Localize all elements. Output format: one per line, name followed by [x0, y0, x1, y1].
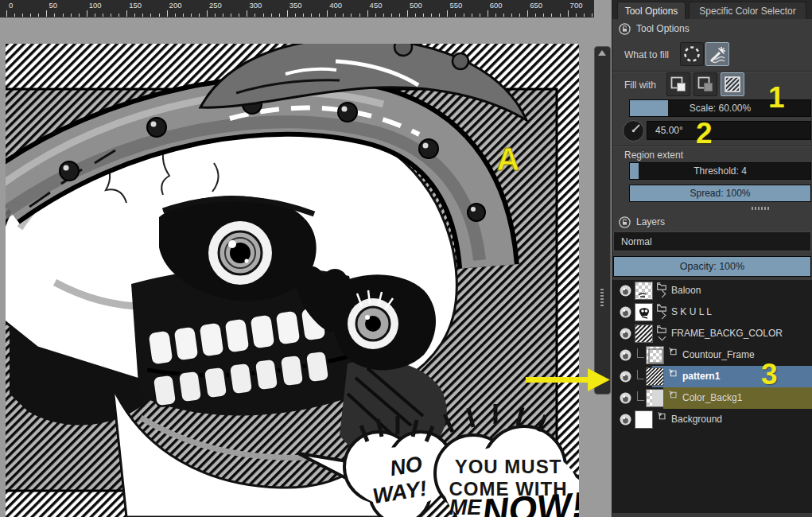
group-layer-icon[interactable]	[657, 304, 666, 318]
magic-wand-icon	[708, 45, 727, 64]
group-layer-icon[interactable]	[657, 282, 666, 297]
opacity-slider[interactable]: Opacity: 100%	[613, 256, 811, 277]
docker-panel: Tool Options Specific Color Selector Too…	[612, 0, 812, 517]
tab-specific-color-selector[interactable]: Specific Color Selector	[689, 2, 806, 19]
chevron-right-icon[interactable]	[658, 312, 666, 320]
bubble2-line3: ME	[449, 496, 482, 517]
layer-thumbnail[interactable]	[635, 282, 653, 300]
visibility-eye-icon[interactable]	[619, 284, 632, 297]
fill-with-label: Fill with	[624, 80, 656, 91]
canvas-gutter	[594, 17, 612, 517]
fill-foreground-button[interactable]	[666, 72, 690, 96]
layer-row-color-backg1[interactable]: Color_Backg1	[612, 387, 812, 409]
group-layer-icon[interactable]	[657, 325, 666, 340]
spread-slider[interactable]: Spread: 100%	[629, 185, 811, 202]
angle-dial-needle-icon	[624, 121, 643, 141]
layer-row-baloon[interactable]: Baloon	[612, 280, 812, 301]
paint-layer-icon	[668, 347, 678, 357]
visibility-eye-icon[interactable]	[619, 305, 632, 319]
visibility-eye-icon[interactable]	[619, 370, 632, 383]
annotation-1: 1	[768, 81, 785, 115]
spread-slider-label: Spread: 100%	[630, 185, 810, 201]
paint-layer-icon	[668, 390, 678, 400]
tree-branch	[637, 348, 644, 358]
tool-options-header: Tool Options	[619, 21, 690, 37]
layer-thumbnail[interactable]	[646, 367, 664, 386]
layer-row-background[interactable]: Background	[612, 409, 812, 430]
annotation-3: 3	[761, 358, 778, 391]
layer-thumbnail[interactable]	[646, 389, 664, 407]
opacity-slider-label: Opacity: 100%	[614, 257, 810, 276]
scrollbar-grip[interactable]	[600, 289, 604, 306]
foreground-color-icon	[669, 75, 688, 94]
angle-dial[interactable]	[623, 120, 644, 142]
layer-row-countour-frame[interactable]: Countour_Frame	[612, 344, 812, 366]
fill-selection-button[interactable]	[680, 42, 704, 66]
region-extent-label: Region extent	[624, 150, 683, 161]
krita-window: 0501001502002503003504004505005506006507…	[0, 0, 812, 517]
threshold-slider[interactable]: Threshold: 4	[629, 162, 811, 180]
paint-layer-icon	[668, 368, 678, 379]
lock-icon[interactable]	[619, 23, 631, 35]
selection-outline-icon	[682, 45, 701, 64]
paint-layer-icon	[657, 411, 667, 422]
layer-row-pattern1[interactable]: pattern1	[612, 366, 812, 387]
canvas-artwork[interactable]: NO WAY! YOU MUST COME WITH ME NOW! A	[6, 44, 579, 517]
fill-background-button[interactable]	[694, 72, 717, 96]
chevron-down-icon[interactable]	[658, 333, 666, 341]
pattern-icon	[723, 75, 742, 94]
panel-bottom-strip	[612, 513, 812, 517]
visibility-eye-icon[interactable]	[619, 413, 632, 426]
docker-tabbar: Tool Options Specific Color Selector	[612, 0, 812, 19]
annotation-arrow	[521, 366, 612, 396]
tree-branch	[637, 391, 644, 401]
visibility-eye-icon[interactable]	[619, 348, 632, 362]
vertical-scrollbar[interactable]	[594, 46, 611, 395]
layer-row-frame-backg-color[interactable]: FRAME_BACKG_COLOR	[612, 323, 812, 344]
scroll-up-icon[interactable]	[598, 50, 606, 56]
annotation-2: 2	[696, 117, 713, 150]
bubble1-line1: NO	[388, 452, 424, 480]
layer-list: Baloon S K U L	[612, 280, 812, 513]
visibility-eye-icon[interactable]	[619, 391, 632, 405]
angle-field[interactable]: 45.00°	[647, 121, 811, 140]
layer-thumbnail[interactable]	[635, 303, 653, 321]
ruler-ticks: 0501001502002503003504004505005506006507…	[0, 0, 594, 17]
visibility-eye-icon[interactable]	[619, 327, 632, 340]
layer-thumbnail[interactable]	[635, 410, 653, 429]
docker-drag-handle[interactable]	[752, 207, 771, 210]
chevron-right-icon[interactable]	[658, 290, 666, 298]
threshold-slider-label: Threshold: 4	[630, 163, 810, 179]
fill-contiguous-button[interactable]	[705, 42, 729, 66]
horizontal-ruler[interactable]: 0501001502002503003504004505005506006507…	[0, 0, 594, 18]
what-to-fill-label: What to fill	[624, 49, 669, 60]
layer-thumbnail[interactable]	[646, 346, 664, 364]
tree-branch	[637, 370, 644, 379]
layer-row-skull[interactable]: S K U L L	[612, 301, 812, 323]
annotation-a: A	[497, 142, 520, 177]
background-color-icon	[696, 75, 715, 94]
blend-mode-select[interactable]: Normal	[613, 231, 811, 251]
bubble2-line1: YOU MUST	[455, 456, 562, 477]
layer-thumbnail[interactable]	[635, 325, 653, 343]
tab-tool-options[interactable]: Tool Options	[617, 2, 686, 19]
fill-pattern-button[interactable]	[721, 72, 744, 96]
layers-header: Layers	[619, 214, 665, 230]
lock-icon[interactable]	[619, 216, 631, 228]
